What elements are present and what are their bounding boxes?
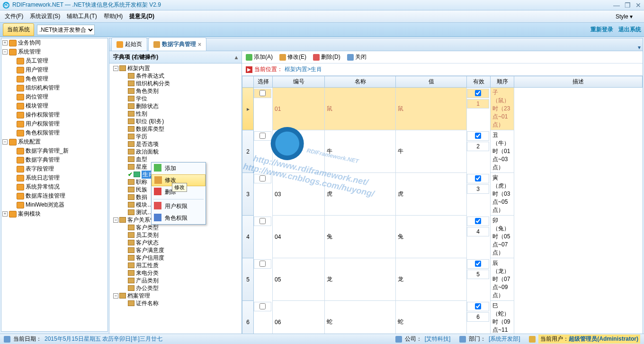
nav-item[interactable]: 模块管理 — [1, 101, 107, 110]
nav-item[interactable]: 系统日志管理 — [1, 173, 107, 182]
tb-close[interactable]: 关闭 — [347, 53, 367, 61]
dict-item[interactable]: 学位 — [110, 95, 241, 102]
nav-item[interactable]: +业务协同 — [1, 38, 107, 47]
nav-item[interactable]: 用户管理 — [1, 65, 107, 74]
col-name[interactable]: 名称 — [325, 76, 396, 88]
nav-tree[interactable]: +业务协同−系统管理员工管理用户管理角色管理组织机构管理岗位管理模块管理操作权限… — [1, 38, 108, 332]
tb-add[interactable]: 添加(A) — [246, 53, 273, 61]
tab-dict[interactable]: 数据字典管理× — [148, 37, 206, 51]
dict-item[interactable]: 政治面貌 — [110, 148, 241, 155]
row-checkbox[interactable] — [256, 218, 269, 224]
col-select[interactable]: 选择 — [254, 76, 273, 88]
dict-item[interactable]: 客户类型 — [110, 224, 241, 231]
edit-icon — [154, 176, 162, 184]
nav-item[interactable]: −系统配置 — [1, 137, 107, 146]
exit-link[interactable]: 退出系统 — [618, 26, 641, 33]
relogin-link[interactable]: 重新登录 — [590, 26, 613, 33]
data-grid[interactable]: 选择 编号 名称 值 有效 顺序 描述 ▸ 01鼠鼠 1子（鼠）时（23点~01… — [242, 76, 643, 344]
nav-item[interactable]: +案例模块 — [1, 209, 107, 218]
dict-item[interactable]: 客户满意度 — [110, 246, 241, 254]
home-icon — [116, 41, 123, 48]
window-buttons: — ❐ ✕ — [613, 1, 641, 9]
nav-item[interactable]: 岗位管理 — [1, 92, 107, 101]
table-row[interactable]: 3 03虎虎 3寅（虎）时（03点~05点） — [242, 173, 643, 216]
table-row[interactable]: 2 02牛牛 2丑（牛）时（01点~03点） — [242, 130, 643, 173]
valid-checkbox[interactable] — [469, 175, 487, 181]
menu-file[interactable]: 文件(F) — [5, 12, 23, 20]
dict-item[interactable]: 客户状态 — [110, 239, 241, 246]
nav-item[interactable]: 数据字典管理 — [1, 155, 107, 164]
col-code[interactable]: 编号 — [273, 76, 325, 88]
nav-item[interactable]: 角色管理 — [1, 74, 107, 83]
nav-item[interactable]: MiniWeb浏览器 — [1, 200, 107, 209]
dict-item[interactable]: 学历 — [110, 133, 241, 140]
dict-item[interactable]: 产品类别 — [110, 277, 241, 284]
menu-help[interactable]: 帮助(H) — [104, 12, 123, 20]
ctx-role-auth[interactable]: 角色权限 — [152, 212, 206, 224]
tb-edit[interactable]: 修改(E) — [279, 53, 306, 61]
system-combo[interactable]: .NET快速开发整合 — [37, 25, 95, 35]
valid-checkbox[interactable] — [469, 303, 487, 309]
dict-item[interactable]: 办公类型 — [110, 284, 241, 292]
nav-item[interactable]: 用户权限管理 — [1, 119, 107, 128]
table-row[interactable]: 4 04兔兔 4卯（兔）时（05点~07点） — [242, 216, 643, 258]
tab-strip: 起始页 数据字典管理× ▾ — [109, 38, 643, 51]
row-checkbox[interactable] — [256, 175, 269, 181]
row-checkbox[interactable] — [256, 133, 269, 139]
dict-item[interactable]: 来电分类 — [110, 269, 241, 277]
col-rownum[interactable] — [242, 76, 254, 88]
dict-item[interactable]: 职位 (职务) — [110, 118, 241, 125]
tab-close-icon[interactable]: × — [198, 41, 201, 48]
ctx-user-auth[interactable]: 用户权限 — [152, 200, 206, 212]
valid-checkbox[interactable] — [469, 90, 487, 96]
table-row[interactable]: ▸ 01鼠鼠 1子（鼠）时（23点~01点） — [242, 88, 643, 130]
valid-checkbox[interactable] — [469, 133, 487, 139]
nav-item[interactable]: −系统管理 — [1, 47, 107, 56]
tb-delete[interactable]: 删除(D) — [313, 53, 340, 61]
col-order[interactable]: 顺序 — [491, 76, 514, 88]
close-button[interactable]: ✕ — [635, 1, 641, 9]
dict-item[interactable]: 删除状态 — [110, 102, 241, 110]
menu-tools[interactable]: 辅助工具(T) — [67, 12, 97, 20]
menu-feedback[interactable]: 提意见(D) — [129, 12, 154, 20]
dict-item[interactable]: 条件表达式 — [110, 72, 241, 80]
maximize-button[interactable]: ❐ — [625, 1, 631, 9]
dict-item[interactable]: 数据库类型 — [110, 125, 241, 133]
col-valid[interactable]: 有效 — [467, 76, 491, 88]
nav-item[interactable]: 员工管理 — [1, 56, 107, 65]
dict-item[interactable]: 客户信用度 — [110, 254, 241, 262]
panel-collapse-icon[interactable]: ▴ — [235, 54, 238, 61]
nav-item[interactable]: 组织机构管理 — [1, 83, 107, 92]
dict-item[interactable]: 是否选项 — [110, 140, 241, 148]
dict-item[interactable]: 性别 — [110, 110, 241, 118]
minimize-button[interactable]: — — [613, 1, 620, 9]
dict-item[interactable]: −框架内置 — [110, 64, 241, 72]
dict-item[interactable]: 角色类别 — [110, 87, 241, 95]
col-desc[interactable]: 描述 — [514, 76, 643, 88]
dict-item[interactable]: 员工类别 — [110, 231, 241, 239]
row-checkbox[interactable] — [256, 90, 269, 96]
nav-item[interactable]: 系统异常情况 — [1, 182, 107, 191]
nav-item[interactable]: 表字段管理 — [1, 164, 107, 173]
tab-overflow-icon[interactable]: ▾ — [638, 44, 641, 51]
nav-item[interactable]: 操作权限管理 — [1, 110, 107, 119]
calendar-icon — [4, 336, 10, 343]
dict-item[interactable]: 用工性质 — [110, 262, 241, 269]
row-checkbox[interactable] — [256, 303, 269, 309]
dict-item[interactable]: −档案管理 — [110, 292, 241, 299]
col-value[interactable]: 值 — [396, 76, 467, 88]
menu-style[interactable]: Style ▾ — [616, 13, 633, 20]
valid-checkbox[interactable] — [469, 218, 487, 224]
nav-item[interactable]: 数据字典管理_新 — [1, 146, 107, 155]
nav-item[interactable]: 数据库连接管理 — [1, 191, 107, 200]
dict-panel: 字典项 (右键操作) ▴ −框架内置条件表达式组织机构分类角色类别学位删除状态性… — [109, 51, 242, 344]
tab-home[interactable]: 起始页 — [111, 37, 147, 51]
nav-item[interactable]: 角色权限管理 — [1, 128, 107, 137]
row-checkbox[interactable] — [256, 261, 269, 267]
dict-item[interactable]: 证件名称 — [110, 299, 241, 307]
ctx-add[interactable]: 添加 — [152, 163, 206, 174]
dict-item[interactable]: 组织机构分类 — [110, 80, 241, 87]
valid-checkbox[interactable] — [469, 261, 487, 267]
table-row[interactable]: 5 05龙龙 5辰（龙）时（07点~09点） — [242, 258, 643, 301]
menu-system[interactable]: 系统设置(S) — [30, 12, 60, 20]
